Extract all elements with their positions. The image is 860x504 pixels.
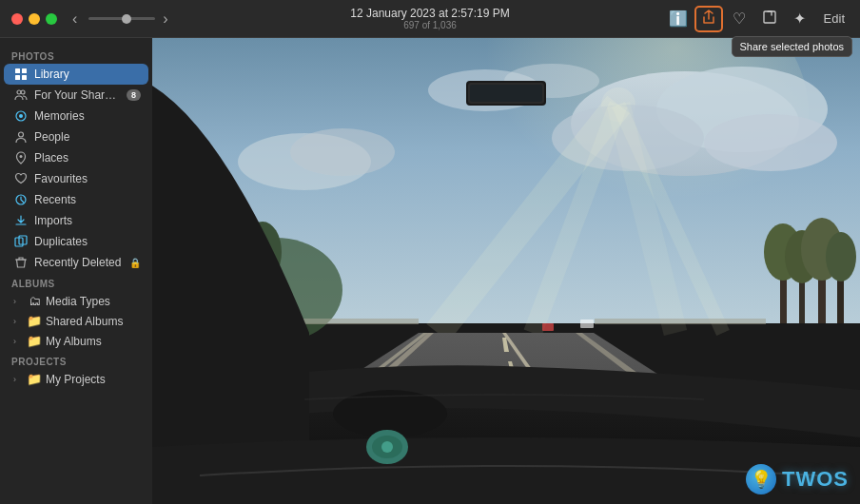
watermark-icon: 💡 xyxy=(746,464,776,494)
share-button[interactable] xyxy=(694,6,723,32)
titlebar-center: 12 January 2023 at 2:57:19 PM 697 of 1,0… xyxy=(350,7,509,30)
duplicates-icon xyxy=(13,234,29,249)
sidebar-item-imports-label: Imports xyxy=(34,214,141,227)
traffic-lights xyxy=(0,13,57,25)
photo-date: 12 January 2023 at 2:57:19 PM xyxy=(350,7,509,20)
back-button[interactable]: ‹ xyxy=(68,10,81,29)
sidebar-item-people-label: People xyxy=(34,130,141,144)
sidebar-item-shared[interactable]: For Your Shared Li... 8 xyxy=(4,85,148,106)
svg-rect-58 xyxy=(542,323,554,331)
svg-rect-0 xyxy=(764,11,775,23)
svg-point-8 xyxy=(19,114,23,118)
memories-icon xyxy=(13,108,29,124)
favourite-button[interactable]: ♡ xyxy=(725,6,753,32)
info-icon: ℹ️ xyxy=(669,10,688,28)
sidebar-item-recently-deleted-label: Recently Deleted xyxy=(34,256,124,269)
sidebar-item-shared-label: For Your Shared Li... xyxy=(34,88,121,102)
sidebar-item-imports[interactable]: Imports xyxy=(4,210,148,231)
nav-controls: ‹ › xyxy=(68,10,172,29)
svg-point-67 xyxy=(381,441,393,453)
sidebar-item-duplicates[interactable]: Duplicates xyxy=(4,231,148,252)
minimize-button[interactable] xyxy=(29,13,40,25)
zoom-slider[interactable] xyxy=(88,17,155,20)
shared-icon xyxy=(13,87,29,103)
rotate-icon xyxy=(762,10,777,29)
svg-rect-1 xyxy=(15,68,20,73)
share-icon xyxy=(701,10,716,29)
projects-icon: 📁 xyxy=(27,372,42,386)
sidebar-item-favourites[interactable]: Favourites xyxy=(4,168,148,189)
svg-point-49 xyxy=(826,232,856,281)
sidebar-item-my-albums-label: My Albums xyxy=(46,335,102,348)
sidebar-item-shared-albums[interactable]: › 📁 Shared Albums xyxy=(4,311,148,331)
titlebar: ‹ › 12 January 2023 at 2:57:19 PM 697 of… xyxy=(0,0,860,38)
shared-badge: 8 xyxy=(127,89,141,101)
recents-icon xyxy=(13,192,29,207)
close-button[interactable] xyxy=(11,13,23,25)
svg-rect-70 xyxy=(470,85,542,102)
photo-scene: 💡 TWOS xyxy=(152,38,860,504)
chevron-right-icon-4: › xyxy=(13,375,23,384)
sidebar-item-favourites-label: Favourites xyxy=(34,172,141,185)
heart-icon: ♡ xyxy=(733,10,746,28)
people-icon xyxy=(13,129,29,145)
sidebar-item-places[interactable]: Places xyxy=(4,147,148,168)
svg-rect-59 xyxy=(580,320,594,328)
edit-button[interactable]: Edit xyxy=(816,8,852,29)
svg-point-20 xyxy=(704,114,837,171)
watermark-text: TWOS xyxy=(782,467,849,492)
sidebar-item-memories-label: Memories xyxy=(34,109,141,123)
svg-point-6 xyxy=(21,90,25,94)
svg-rect-4 xyxy=(22,75,27,80)
folder-icon: 🗂 xyxy=(27,294,42,308)
svg-rect-61 xyxy=(595,319,766,324)
chevron-right-icon-2: › xyxy=(13,317,23,326)
sidebar: Photos Library xyxy=(0,38,152,504)
sidebar-item-my-albums[interactable]: › 📁 My Albums xyxy=(4,331,148,351)
share-tooltip: Share selected photos xyxy=(732,36,852,57)
sidebar-section-albums: Albums xyxy=(0,273,152,291)
rotate-button[interactable] xyxy=(755,6,784,32)
sidebar-section-projects: Projects xyxy=(0,351,152,369)
sidebar-item-library[interactable]: Library xyxy=(4,64,148,85)
fullscreen-button[interactable] xyxy=(46,13,57,25)
info-button[interactable]: ℹ️ xyxy=(664,6,693,32)
sidebar-item-recents-label: Recents xyxy=(34,193,141,206)
svg-point-9 xyxy=(19,132,24,137)
svg-rect-2 xyxy=(22,68,27,73)
svg-point-5 xyxy=(17,90,21,94)
sidebar-item-recently-deleted[interactable]: Recently Deleted 🔒 xyxy=(4,252,148,273)
imports-icon xyxy=(13,213,29,228)
trash-icon xyxy=(13,255,29,270)
favourites-icon xyxy=(13,171,29,186)
magic-icon: ✦ xyxy=(793,10,806,28)
sidebar-item-media-types-label: Media Types xyxy=(46,295,110,308)
chevron-right-icon: › xyxy=(13,297,23,306)
lock-icon: 🔒 xyxy=(129,258,141,268)
sidebar-item-recents[interactable]: Recents xyxy=(4,189,148,210)
sidebar-item-people[interactable]: People xyxy=(4,126,148,147)
photo-count: 697 of 1,036 xyxy=(350,20,509,30)
forward-button[interactable]: › xyxy=(159,10,171,29)
library-icon xyxy=(13,67,29,82)
my-albums-icon: 📁 xyxy=(27,334,42,348)
sidebar-section-photos: Photos xyxy=(0,46,152,64)
chevron-right-icon-3: › xyxy=(13,337,23,346)
watermark: 💡 TWOS xyxy=(746,464,849,494)
sidebar-item-places-label: Places xyxy=(34,151,141,165)
photo-area: 💡 TWOS xyxy=(152,38,860,504)
enhance-button[interactable]: ✦ xyxy=(786,6,814,32)
sidebar-item-memories[interactable]: Memories xyxy=(4,106,148,126)
sidebar-item-shared-albums-label: Shared Albums xyxy=(46,315,123,328)
shared-folder-icon: 📁 xyxy=(27,314,42,328)
places-icon xyxy=(13,150,29,165)
sidebar-item-media-types[interactable]: › 🗂 Media Types xyxy=(4,291,148,311)
sidebar-item-my-projects-label: My Projects xyxy=(46,373,106,386)
toolbar-right: ℹ️ ♡ ✦ Edit Share selected photos xyxy=(664,6,860,32)
sidebar-item-my-projects[interactable]: › 📁 My Projects xyxy=(4,369,148,389)
main-content: Photos Library xyxy=(0,38,860,504)
sidebar-item-library-label: Library xyxy=(34,68,141,81)
sidebar-item-duplicates-label: Duplicates xyxy=(34,235,141,248)
svg-point-10 xyxy=(20,155,23,158)
svg-rect-3 xyxy=(15,75,20,80)
